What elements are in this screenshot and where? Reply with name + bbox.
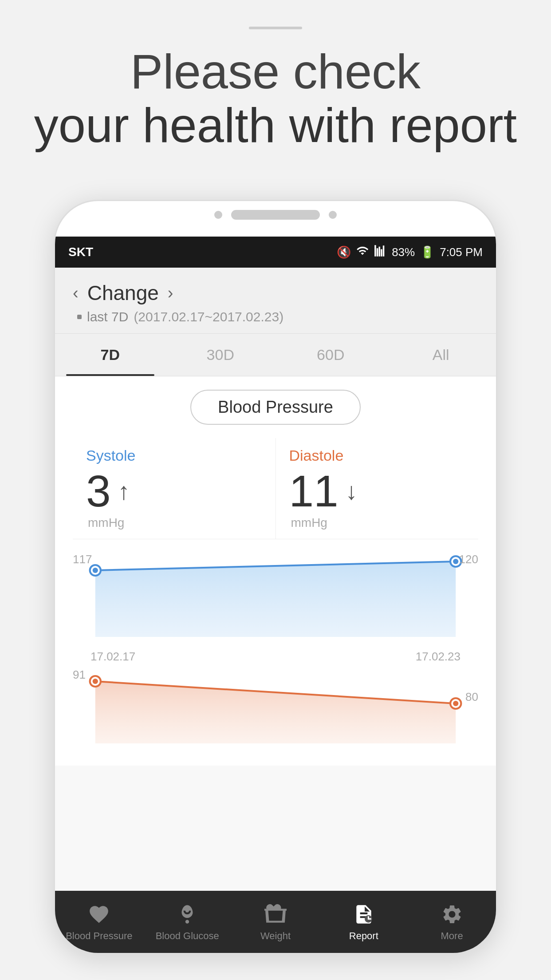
period-title: Change: [87, 281, 159, 305]
report-icon: [351, 902, 376, 927]
wifi-icon: [356, 245, 369, 260]
systole-chart-svg: [73, 548, 478, 637]
phone-speaker: [231, 210, 320, 220]
svg-point-5: [453, 559, 458, 564]
diastole-arrow: ↓: [346, 477, 358, 505]
diastole-value-row: 11 ↓: [289, 469, 465, 513]
nav-blood-glucose-label: Blood Glucose: [156, 930, 219, 942]
tab-7d[interactable]: 7D: [55, 334, 165, 376]
glucose-icon: [175, 902, 200, 927]
diastole-label: Diastole: [289, 447, 465, 464]
systole-chart-area: 117 120: [55, 548, 496, 752]
chart-date-right: 17.02.23: [416, 650, 460, 664]
battery-icon: 🔋: [420, 245, 434, 259]
nav-title-row: ‹ Change ›: [73, 281, 478, 305]
prev-period-button[interactable]: ‹: [73, 284, 79, 303]
main-content-area: Blood Pressure Systole 3 ↑ mmHg Diastole: [55, 376, 496, 766]
diastole-unit: mmHg: [289, 516, 465, 530]
phone-dot-left: [214, 211, 222, 219]
nav-report[interactable]: Report: [319, 902, 408, 942]
svg-point-12: [185, 920, 189, 924]
systole-value: 3: [86, 469, 111, 513]
svg-marker-6: [95, 681, 456, 743]
date-dot-indicator: [77, 315, 82, 319]
period-tabs: 7D 30D 60D All: [55, 334, 496, 376]
tab-60d[interactable]: 60D: [276, 334, 386, 376]
nav-blood-pressure[interactable]: Blood Pressure: [55, 902, 143, 942]
chart-date-left: 17.02.17: [91, 650, 135, 664]
app-content: ‹ Change › last 7D (2017.02.17~2017.02.2…: [55, 268, 496, 891]
systole-value-row: 3 ↑: [86, 469, 262, 513]
headline-block: Please check your health with report: [0, 44, 551, 152]
nav-blood-pressure-label: Blood Pressure: [66, 930, 132, 942]
metric-selector: Blood Pressure: [73, 390, 478, 425]
systole-unit: mmHg: [86, 516, 262, 530]
mute-icon: 🔇: [337, 245, 351, 259]
nav-report-label: Report: [349, 930, 378, 942]
tab-all[interactable]: All: [386, 334, 496, 376]
more-icon: [440, 902, 464, 927]
nav-weight[interactable]: Weight: [232, 902, 320, 942]
nav-more-label: More: [441, 930, 463, 942]
stats-row: Systole 3 ↑ mmHg Diastole 11 ↓ mmH: [73, 438, 478, 539]
battery-percent: 83%: [392, 245, 415, 259]
diastole-y-left: 91: [73, 668, 86, 682]
nav-more[interactable]: More: [408, 902, 496, 942]
systole-chart: 117 120: [73, 548, 478, 664]
carrier-label: SKT: [68, 245, 93, 259]
metric-selector-button[interactable]: Blood Pressure: [190, 390, 361, 425]
systole-arrow: ↑: [118, 477, 130, 505]
top-accent-line: [249, 27, 302, 29]
diastole-value: 11: [289, 469, 338, 513]
svg-point-9: [93, 679, 98, 684]
svg-marker-0: [95, 561, 456, 637]
page-background: Please check your health with report SKT…: [0, 0, 551, 980]
weight-icon: [263, 902, 288, 927]
header-navigation: ‹ Change › last 7D (2017.02.17~2017.02.2…: [55, 268, 496, 334]
nav-weight-label: Weight: [260, 930, 291, 942]
status-bar: SKT 🔇 83% 🔋 7:05 PM: [55, 237, 496, 268]
period-label: last 7D: [87, 309, 128, 324]
svg-point-11: [453, 701, 458, 706]
tab-30d[interactable]: 30D: [165, 334, 276, 376]
systole-y-left: 117: [73, 553, 92, 566]
nav-blood-glucose[interactable]: Blood Glucose: [143, 902, 232, 942]
headline-line1: Please check: [27, 44, 524, 98]
diastole-stat: Diastole 11 ↓ mmHg: [276, 438, 479, 539]
date-range-row: last 7D (2017.02.17~2017.02.23): [73, 309, 478, 324]
signal-icon: [374, 245, 386, 260]
phone-dot-right: [329, 211, 337, 219]
status-right-icons: 🔇 83% 🔋 7:05 PM: [337, 245, 483, 260]
bottom-navigation: Blood Pressure Blood Glucose Weight Repo…: [55, 891, 496, 953]
diastole-y-right: 80: [465, 690, 478, 704]
date-range-value: (2017.02.17~2017.02.23): [134, 309, 283, 324]
diastole-chart-svg: [73, 664, 478, 743]
systole-y-right: 120: [459, 553, 478, 566]
phone-top-hardware: [214, 210, 337, 220]
heart-icon: [87, 902, 111, 927]
time-display: 7:05 PM: [440, 245, 483, 259]
headline-line2: your health with report: [27, 98, 524, 152]
diastole-chart: 91 80: [73, 664, 478, 752]
svg-point-3: [93, 568, 98, 573]
next-period-button[interactable]: ›: [168, 284, 173, 303]
phone-mockup: SKT 🔇 83% 🔋 7:05 PM ‹ Change: [54, 200, 497, 954]
systole-label: Systole: [86, 447, 262, 464]
systole-stat: Systole 3 ↑ mmHg: [73, 438, 276, 539]
